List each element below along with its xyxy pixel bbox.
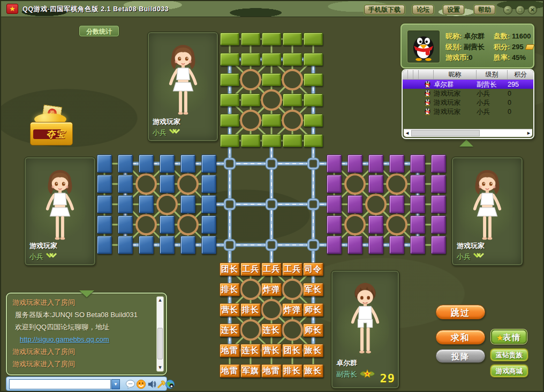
board-tile-left[interactable] — [139, 195, 154, 213]
board-tile-left[interactable] — [97, 175, 112, 193]
board-tile-top[interactable] — [220, 114, 239, 127]
emoticon-smiley-icon[interactable] — [136, 379, 146, 389]
board-tile-top[interactable] — [262, 53, 281, 66]
scrollbar-thumb[interactable] — [411, 130, 480, 136]
board-tile-right[interactable] — [410, 195, 425, 213]
board-tile-top[interactable] — [220, 33, 239, 45]
player-table-row[interactable]: 游戏玩家小兵0 — [403, 89, 533, 98]
board-tile-top[interactable] — [283, 53, 302, 66]
board-tile-left[interactable] — [201, 155, 216, 173]
board-tile-right[interactable] — [368, 155, 383, 173]
board-tile-left[interactable] — [97, 195, 112, 213]
junqi-piece[interactable]: 地雷 — [261, 364, 282, 378]
railway-junction[interactable] — [225, 199, 235, 209]
board-tile-top[interactable] — [241, 134, 260, 147]
camp-circle[interactable] — [241, 320, 260, 340]
camp-circle[interactable] — [137, 215, 156, 234]
board-tile-top[interactable] — [262, 33, 281, 45]
junqi-piece[interactable]: 师长 — [303, 303, 323, 317]
chat-link[interactable]: http://siguo.gamebbs.qq.com — [12, 333, 153, 345]
railway-junction[interactable] — [267, 240, 276, 250]
treasure-chest-button[interactable]: 券 夺宝 — [28, 106, 75, 149]
junqi-piece[interactable]: 营长 — [220, 303, 240, 317]
board-tile-right[interactable] — [431, 195, 446, 213]
scroll-down-icon[interactable]: ▼ — [157, 364, 163, 371]
camp-circle[interactable] — [241, 111, 260, 130]
board-tile-right[interactable] — [347, 236, 362, 254]
sound-speaker-icon[interactable] — [147, 379, 157, 389]
board-tile-top[interactable] — [262, 114, 281, 127]
railway-junction[interactable] — [225, 159, 235, 168]
board-tile-top[interactable] — [241, 53, 260, 66]
player-table-row[interactable]: 卓尔群副营长295 — [403, 80, 533, 89]
junqi-piece[interactable]: 工兵 — [282, 263, 303, 276]
junqi-piece[interactable]: 连长 — [220, 324, 240, 337]
board-tile-right[interactable] — [368, 175, 383, 193]
camp-circle[interactable] — [345, 215, 365, 234]
board-tile-right[interactable] — [327, 216, 342, 234]
board-tile-right[interactable] — [389, 236, 404, 254]
camp-circle[interactable] — [366, 195, 386, 214]
railway-junction[interactable] — [308, 240, 318, 250]
board-tile-top[interactable] — [220, 53, 239, 66]
camp-circle[interactable] — [283, 70, 302, 89]
board-tile-top[interactable] — [304, 53, 323, 66]
board-tile-top[interactable] — [262, 73, 281, 86]
board-tile-right[interactable] — [431, 236, 446, 254]
junqi-piece[interactable]: 连长 — [240, 344, 261, 357]
board-tile-top[interactable] — [241, 94, 260, 106]
board-tile-right[interactable] — [410, 175, 425, 193]
board-tile-right[interactable] — [327, 155, 342, 173]
surrender-button[interactable]: 投降 — [436, 349, 485, 363]
board-tile-left[interactable] — [160, 155, 175, 173]
chat-scrollbar[interactable]: ▲ ▼ — [156, 296, 164, 372]
junqi-piece[interactable]: 团长 — [282, 344, 303, 357]
board-tile-right[interactable] — [431, 216, 446, 234]
board-tile-left[interactable] — [160, 175, 175, 193]
camp-circle[interactable] — [262, 300, 281, 319]
camp-circle[interactable] — [262, 90, 281, 110]
scrollbar-thumb[interactable] — [157, 328, 163, 359]
junqi-piece[interactable]: 排长 — [240, 303, 261, 317]
board-tile-top[interactable] — [304, 134, 323, 147]
board-tile-right[interactable] — [389, 195, 404, 213]
board-tile-top[interactable] — [304, 94, 323, 106]
junqi-piece[interactable]: 团长 — [220, 263, 240, 276]
board-tile-left[interactable] — [118, 216, 133, 234]
emote-button[interactable]: ★表情 — [491, 329, 527, 344]
chat-input[interactable] — [9, 379, 111, 389]
scroll-right-icon[interactable]: ▸ — [525, 129, 532, 137]
board-tile-right[interactable] — [431, 155, 446, 173]
game-mall-button[interactable]: 游戏商城 — [490, 365, 528, 377]
camp-circle[interactable] — [283, 111, 302, 130]
board-tile-left[interactable] — [97, 155, 112, 173]
junqi-piece[interactable]: 工兵 — [240, 263, 261, 276]
railway-junction[interactable] — [225, 240, 235, 250]
board-tile-right[interactable] — [389, 155, 404, 173]
junqi-piece[interactable]: 排长 — [282, 364, 303, 378]
board-tile-left[interactable] — [118, 236, 133, 254]
chat-bubble-icon[interactable] — [125, 379, 135, 389]
scroll-left-icon[interactable]: ◂ — [404, 129, 411, 137]
board-tile-top[interactable] — [283, 33, 302, 45]
player-table-row[interactable]: 游戏玩家小兵0 — [403, 98, 533, 107]
board-tile-right[interactable] — [410, 236, 425, 254]
junqi-piece[interactable]: 地雷 — [220, 364, 240, 378]
junqi-piece[interactable]: 司令 — [303, 263, 323, 276]
player-table-row[interactable]: 游戏玩家小兵0 — [403, 107, 533, 116]
board-tile-top[interactable] — [304, 33, 323, 45]
scroll-up-icon[interactable]: ▲ — [157, 297, 163, 304]
board-tile-left[interactable] — [160, 236, 175, 254]
board-tile-left[interactable] — [118, 195, 133, 213]
junqi-piece[interactable]: 工兵 — [261, 263, 282, 276]
junqi-piece[interactable]: 炸弹 — [261, 283, 282, 296]
board-tile-top[interactable] — [304, 73, 323, 86]
chat-collapse-down-icon[interactable] — [79, 290, 94, 297]
camp-circle[interactable] — [178, 215, 198, 234]
junqi-piece[interactable]: 炸弹 — [282, 303, 303, 317]
camp-circle[interactable] — [283, 280, 302, 299]
qq-world-icon[interactable] — [165, 379, 175, 389]
board-tile-left[interactable] — [97, 236, 112, 254]
board-tile-left[interactable] — [139, 155, 154, 173]
railway-junction[interactable] — [267, 159, 276, 168]
